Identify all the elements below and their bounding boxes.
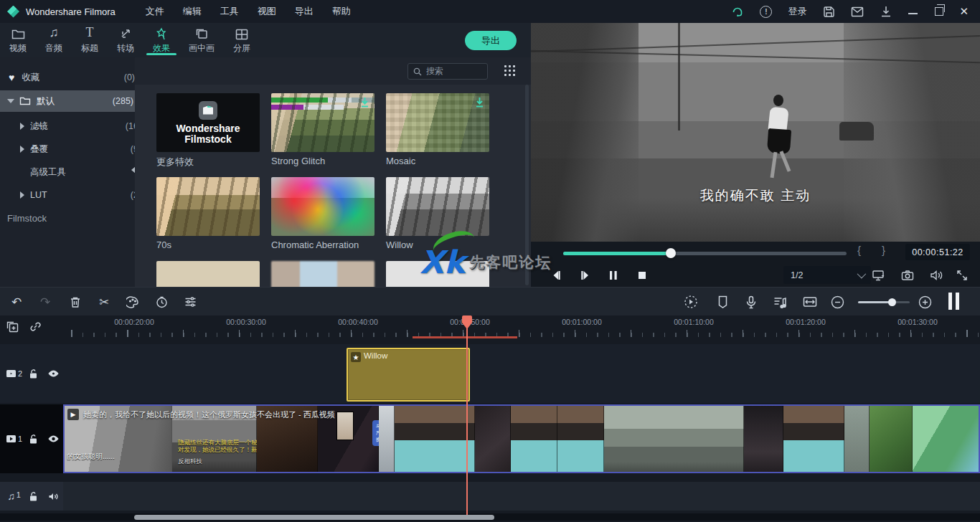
effect-card-partial[interactable]: [156, 261, 260, 287]
effect-card-chromatic-aberration[interactable]: Chromatic Aberration: [271, 177, 374, 250]
sidebar-item-filmstock[interactable]: Filmstock: [0, 208, 142, 228]
timeline-panel: ↶ ↷ ✂: [0, 287, 980, 522]
effect-card-strong-glitch[interactable]: Strong Glitch: [271, 93, 374, 166]
menu-tools[interactable]: 工具: [220, 5, 239, 18]
tab-label: 标题: [81, 42, 98, 54]
eye-icon[interactable]: [44, 369, 63, 378]
play-next-frame-button[interactable]: [574, 267, 595, 284]
speaker-small-icon[interactable]: [44, 492, 63, 501]
save-icon[interactable]: [822, 5, 835, 18]
effect-card-label: 更多特效: [156, 156, 260, 169]
link-icon[interactable]: [27, 318, 43, 334]
library-scrollbar[interactable]: [525, 85, 529, 285]
export-button[interactable]: 导出: [465, 31, 517, 50]
tab-video[interactable]: 视频: [0, 23, 36, 57]
track-number: 1: [18, 435, 22, 443]
color-palette-icon[interactable]: [125, 294, 141, 310]
zoom-out-icon[interactable]: [829, 294, 845, 310]
mark-out-button[interactable]: }: [882, 244, 885, 256]
effect-card-filmstock[interactable]: Wondershare Filmstock 更多特效: [156, 93, 260, 169]
playback-controls: 1/2: [531, 263, 980, 287]
zoom-level-value: 1/2: [791, 270, 803, 280]
mark-in-button[interactable]: {: [857, 244, 861, 256]
previous-frame-button[interactable]: [545, 267, 567, 284]
sidebar-item-filters[interactable]: 滤镜 (160): [0, 116, 155, 136]
menu-help[interactable]: 帮助: [332, 5, 351, 18]
undo-icon[interactable]: ↶: [9, 294, 24, 310]
tab-audio[interactable]: ♫ 音频: [36, 23, 72, 57]
ruler-timestamp: 00:00:20:00: [114, 318, 154, 326]
restore-window-button[interactable]: [933, 7, 943, 16]
download-icon[interactable]: [880, 5, 892, 18]
zoom-slider-thumb[interactable]: [888, 298, 896, 306]
menu-file[interactable]: 文件: [146, 5, 164, 18]
search-input[interactable]: 搜索: [407, 63, 488, 80]
info-icon[interactable]: !: [760, 6, 772, 18]
split-scissors-icon[interactable]: ✂: [96, 294, 112, 310]
pause-button[interactable]: [603, 267, 624, 284]
effect-card-partial[interactable]: [386, 261, 489, 287]
ruler-ticks: [63, 315, 980, 338]
effect-thumbnail: [271, 93, 374, 152]
tab-titles[interactable]: T 标题: [72, 23, 108, 57]
effect-card-label: 70s: [156, 239, 260, 250]
vertical-bars-icon[interactable]: [946, 293, 961, 309]
effect-thumbnail: [156, 261, 260, 287]
sidebar-item-favorites[interactable]: ♥ 收藏 (0): [0, 67, 143, 87]
marker-icon[interactable]: [715, 294, 730, 310]
speaker-icon[interactable]: [927, 266, 946, 284]
sidebar-item-overlays[interactable]: 叠覆 (90): [0, 139, 155, 159]
zoom-in-icon[interactable]: [917, 294, 933, 310]
preview-zoom-select[interactable]: 1/2: [783, 266, 871, 284]
menu-view[interactable]: 视图: [258, 5, 276, 18]
lock-icon[interactable]: [24, 491, 43, 502]
playback-progress-bar[interactable]: [563, 252, 847, 255]
horizontal-scrollbar-thumb[interactable]: [134, 515, 494, 520]
close-button[interactable]: ✕: [959, 5, 969, 18]
sidebar-item-default[interactable]: 默认 (285): [0, 90, 142, 112]
redo-icon[interactable]: ↷: [37, 294, 53, 310]
display-device-icon[interactable]: [870, 266, 888, 284]
preview-video[interactable]: 我的确不敢 主动: [531, 23, 980, 242]
mail-icon[interactable]: [851, 5, 864, 18]
track-number: 1: [17, 490, 21, 502]
menu-edit[interactable]: 编辑: [183, 5, 202, 18]
effect-clip-willow[interactable]: ★ Willow: [347, 348, 470, 402]
login-button[interactable]: 登录: [788, 5, 806, 18]
sidebar-item-lut[interactable]: LUT (26): [0, 185, 155, 205]
eye-icon[interactable]: [44, 435, 63, 443]
tab-splitscreen[interactable]: 分屏: [224, 23, 260, 57]
effect-card-70s[interactable]: 70s: [156, 177, 260, 250]
tab-effects[interactable]: 效果: [143, 23, 179, 57]
clip-caption: 反相科技: [178, 457, 202, 466]
stop-button[interactable]: [631, 267, 653, 284]
lock-icon[interactable]: [24, 369, 43, 379]
timeline-zoom-slider[interactable]: [858, 301, 910, 303]
speed-clock-icon[interactable]: [154, 294, 169, 310]
audio-mixer-icon[interactable]: [772, 294, 788, 310]
timeline-ruler[interactable]: 00:00:20:00 00:00:30:00 00:00:40:00 00:0…: [0, 315, 980, 338]
fit-timeline-icon[interactable]: [802, 294, 818, 310]
grid-view-icon[interactable]: [504, 65, 515, 76]
support-headset-icon[interactable]: [731, 5, 744, 18]
adjust-sliders-icon[interactable]: [182, 294, 198, 310]
minimize-button[interactable]: [908, 9, 918, 14]
transition-icon: [120, 27, 132, 40]
progress-thumb[interactable]: [666, 248, 676, 258]
effect-card-mosaic[interactable]: Mosaic: [386, 93, 489, 166]
effect-card-willow[interactable]: Willow: [386, 177, 489, 250]
video-track-icon: 1: [4, 435, 24, 443]
tab-transitions[interactable]: 转场: [108, 23, 143, 57]
add-to-timeline-icon[interactable]: [4, 318, 20, 334]
video-clip-filmstrip[interactable]: 的女孩聪明...... 隐藏练丝还有大脑底层一个秘密了对发现，她说已经很久了！新…: [63, 404, 980, 473]
clip-title: 她要的，我给不了她以后的视频！这个俄罗斯女孩不会出现了 - 西瓜视频: [83, 409, 335, 420]
voiceover-mic-icon[interactable]: [743, 294, 759, 310]
render-preview-icon[interactable]: [683, 294, 699, 310]
lock-icon[interactable]: [24, 434, 43, 445]
menu-export[interactable]: 导出: [295, 5, 314, 18]
tab-pip[interactable]: 画中画: [179, 23, 224, 57]
snapshot-camera-icon[interactable]: [898, 266, 917, 284]
delete-trash-icon[interactable]: [67, 294, 83, 310]
effect-card-partial[interactable]: [271, 261, 374, 287]
fullscreen-icon[interactable]: [953, 266, 971, 284]
